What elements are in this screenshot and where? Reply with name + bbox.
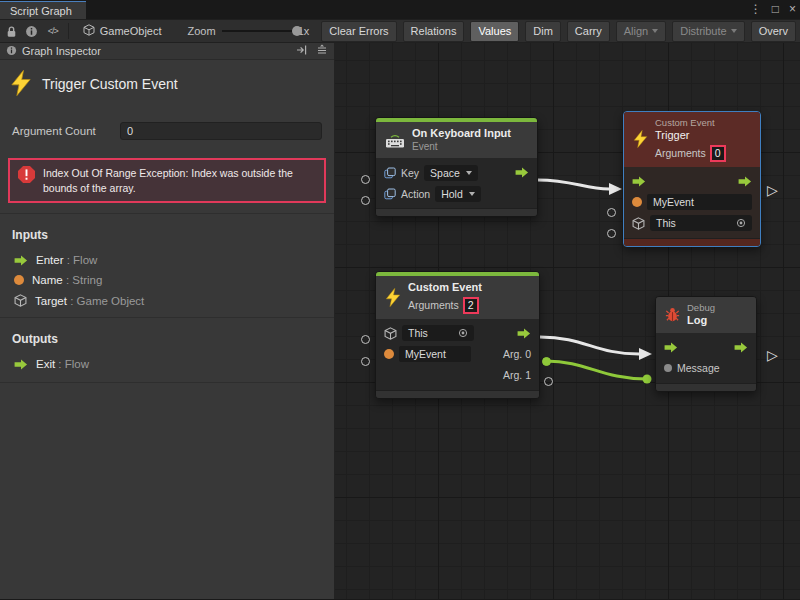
gameobject-button[interactable]: GameObject — [77, 22, 168, 40]
relation-arrow-icon: ▷ — [767, 182, 778, 198]
info-icon[interactable] — [25, 22, 40, 40]
zoom-slider-thumb[interactable] — [292, 26, 302, 36]
relation-arrow-icon: ▷ — [767, 347, 778, 363]
graph-inspector-panel: Graph Inspector Trigger Custom Event Arg… — [0, 43, 335, 599]
tab-strip: Script Graph ⋮ □ × — [0, 0, 800, 19]
arguments-label: Arguments — [408, 299, 459, 312]
key-label: Key — [401, 167, 419, 179]
zoom-slider-track — [222, 30, 292, 32]
maximize-icon[interactable]: □ — [772, 1, 779, 17]
port[interactable] — [361, 335, 370, 344]
argument-count-field[interactable]: 0 — [710, 145, 726, 162]
port[interactable] — [607, 208, 616, 217]
align-button[interactable]: Align — [616, 21, 666, 42]
target-dropdown[interactable]: This — [402, 325, 474, 341]
node-body: This MyEvent Arg. 0 Arg. 1 — [376, 319, 539, 390]
node-custom-event[interactable]: Custom Event Arguments 2 This — [375, 271, 540, 399]
close-icon[interactable]: × — [789, 1, 796, 17]
unit-title-row: Trigger Custom Event — [0, 60, 334, 110]
key-value: Space — [430, 167, 460, 179]
graph-toolbar: </> GameObject Zoom 1x Clear Errors Rela… — [0, 19, 800, 43]
key-dropdown[interactable]: Space — [424, 165, 478, 181]
error-message-box: Index Out Of Range Exception: Index was … — [8, 158, 326, 203]
inspector-header: Graph Inspector — [0, 43, 334, 60]
bug-icon — [665, 307, 680, 322]
warning-icon — [18, 166, 35, 185]
tab-script-graph[interactable]: Script Graph — [0, 1, 86, 19]
argument-count-field[interactable]: 2 — [463, 297, 479, 314]
flow-arrow-icon — [14, 359, 28, 370]
lightning-bolt-icon — [385, 288, 401, 307]
string-port-icon — [14, 275, 24, 285]
flow-input-port[interactable] — [632, 176, 646, 187]
node-title: Custom Event — [408, 281, 482, 295]
node-trigger-custom-event[interactable]: Custom Event Trigger Arguments 0 — [623, 111, 761, 247]
info-icon — [6, 45, 17, 58]
align-label: Align — [624, 25, 648, 37]
code-icon[interactable]: </> — [45, 22, 60, 40]
distribute-label: Distribute — [680, 25, 726, 37]
caret-down-icon — [731, 29, 737, 33]
dim-button[interactable]: Dim — [525, 21, 561, 42]
port-row-exit: Exit : Flow — [0, 354, 334, 374]
inspector-header-label: Graph Inspector — [22, 45, 101, 57]
caret-down-icon — [469, 192, 475, 196]
zoom-label: Zoom — [188, 25, 216, 37]
target-value: This — [408, 327, 428, 339]
gameobject-port-icon — [632, 217, 645, 230]
event-name-field[interactable]: MyEvent — [647, 194, 752, 210]
unity-window: Script Graph ⋮ □ × </> GameObject Zoom 1… — [0, 0, 800, 600]
node-category: Debug — [687, 302, 715, 314]
node-on-keyboard-input[interactable]: On Keyboard Input Event Key Space — [375, 117, 538, 217]
graph-canvas[interactable]: On Keyboard Input Event Key Space — [335, 43, 800, 599]
node-body: MyEvent This — [624, 167, 760, 238]
argument-count-row: Argument Count — [0, 110, 334, 144]
string-port-icon — [384, 349, 394, 359]
node-body: Message — [656, 333, 756, 383]
node-subtitle: Event — [412, 141, 511, 154]
flow-arrow-icon — [14, 255, 28, 266]
target-dropdown[interactable]: This — [650, 215, 752, 231]
message-port-icon — [664, 364, 672, 372]
node-footer[interactable] — [376, 390, 539, 398]
action-dropdown[interactable]: Hold — [435, 186, 481, 202]
node-title: On Keyboard Input — [412, 127, 511, 141]
options-icon[interactable] — [316, 44, 328, 58]
argument-count-label: Argument Count — [12, 125, 112, 137]
port[interactable] — [361, 357, 370, 366]
flow-output-port[interactable] — [515, 167, 529, 178]
overview-button[interactable]: Overv — [751, 21, 796, 42]
port-connected[interactable] — [542, 357, 551, 366]
menu-icon[interactable]: ⋮ — [750, 1, 762, 17]
carry-button[interactable]: Carry — [567, 21, 610, 42]
string-port-icon — [632, 197, 642, 207]
node-header: Debug Log — [656, 297, 756, 333]
object-picker-icon[interactable] — [458, 328, 468, 338]
port[interactable] — [361, 196, 370, 205]
event-name-field[interactable]: MyEvent — [399, 346, 471, 362]
clear-errors-button[interactable]: Clear Errors — [321, 21, 396, 42]
flow-input-port[interactable] — [664, 342, 678, 353]
port[interactable] — [544, 377, 553, 386]
flow-output-port[interactable] — [517, 328, 531, 339]
caret-down-icon — [466, 171, 472, 175]
node-footer[interactable] — [376, 208, 537, 216]
flow-output-port[interactable] — [734, 342, 748, 353]
argument-count-input[interactable] — [120, 122, 322, 140]
flow-output-port[interactable] — [738, 176, 752, 187]
gameobject-port-icon — [14, 294, 27, 307]
port[interactable] — [361, 175, 370, 184]
node-footer[interactable] — [656, 383, 756, 391]
port[interactable] — [607, 229, 616, 238]
values-button[interactable]: Values — [470, 21, 519, 42]
distribute-button[interactable]: Distribute — [672, 21, 744, 42]
object-picker-icon[interactable] — [736, 218, 746, 228]
node-debug-log[interactable]: Debug Log Message — [655, 296, 757, 392]
zoom-slider[interactable] — [222, 24, 292, 38]
node-footer[interactable] — [624, 238, 760, 246]
relations-button[interactable]: Relations — [403, 21, 465, 42]
message-label: Message — [677, 362, 720, 374]
lock-icon[interactable] — [4, 22, 19, 40]
section-divider — [0, 382, 334, 383]
dock-icon[interactable] — [296, 44, 308, 58]
